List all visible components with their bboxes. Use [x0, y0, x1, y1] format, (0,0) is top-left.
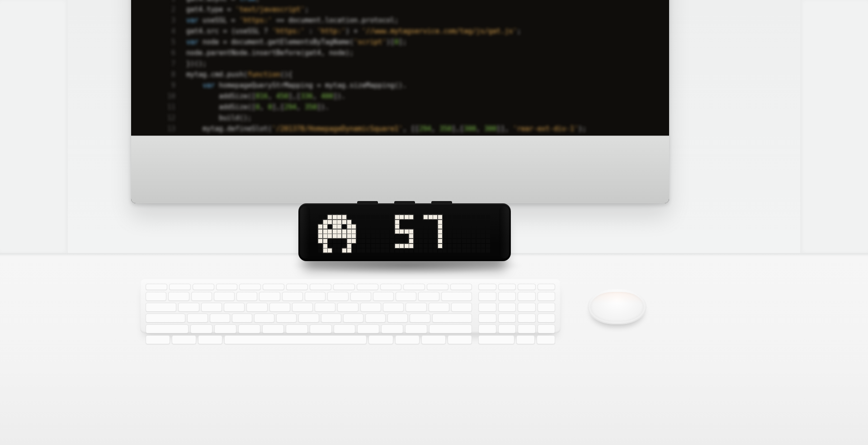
monitor-screen: 1gat4.async = true; 2gat4.type = 'text/j… — [131, 0, 669, 136]
background-panel-left — [0, 0, 68, 253]
keyboard-row-4 — [146, 324, 472, 333]
device-top-buttons — [357, 201, 452, 204]
keyboard-row-2 — [146, 303, 472, 312]
mouse — [588, 289, 646, 324]
numpad-row-0 — [478, 284, 555, 290]
imac-monitor: 1gat4.async = true; 2gat4.type = 'text/j… — [131, 0, 669, 203]
keyboard-row-5 — [146, 335, 472, 344]
led-matrix — [318, 215, 490, 253]
keyboard-fn-row — [146, 284, 472, 290]
numpad-row-5 — [478, 335, 555, 344]
monitor-chin — [131, 136, 669, 203]
keyboard — [140, 279, 561, 333]
pixel-display-device — [298, 203, 511, 261]
code-editor-content: 1gat4.async = true; 2gat4.type = 'text/j… — [158, 0, 651, 134]
numpad-row-4 — [478, 324, 555, 333]
keyboard-row-3 — [146, 314, 472, 323]
background-panel-right — [800, 0, 868, 253]
numpad-row-2 — [478, 303, 555, 312]
numpad-row-3 — [478, 314, 555, 323]
keyboard-row-1 — [146, 292, 472, 301]
numpad-row-1 — [478, 292, 555, 301]
